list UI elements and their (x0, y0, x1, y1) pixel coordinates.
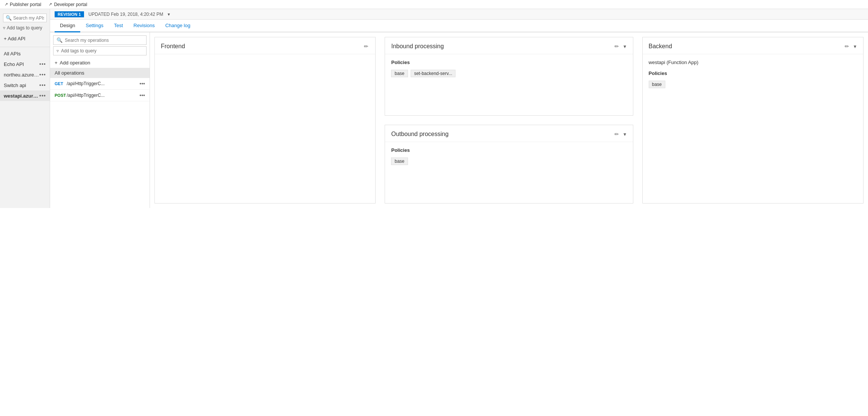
backend-name: westapi (Function App) (649, 60, 857, 65)
tab-test[interactable]: Test (108, 20, 128, 32)
sidebar-tags-filter[interactable]: ▿ Add tags to query (3, 25, 47, 31)
revision-badge: REVISION 1 (55, 11, 84, 17)
backend-panel-title: Backend (649, 43, 672, 50)
backend-collapse-button[interactable]: ▾ (853, 43, 857, 50)
filter-icon: ▿ (57, 48, 59, 54)
outbound-policies-label: Policies (391, 147, 627, 153)
plus-icon: + (55, 60, 58, 66)
tab-change-log[interactable]: Change log (160, 20, 196, 32)
operations-panel: 🔍 ▿ Add tags to query + Add operation Al… (50, 32, 150, 208)
filter-icon: ▿ (3, 25, 5, 31)
operations-tags-label: Add tags to query (61, 48, 96, 54)
add-operation-label: Add operation (60, 60, 90, 66)
sidebar-divider (0, 47, 50, 47)
right-panels: Frontend ✏ Inboun (150, 32, 868, 208)
frontend-panel: Frontend ✏ (154, 37, 376, 203)
developer-portal-link[interactable]: ↗ Developer portal (49, 2, 87, 7)
outbound-panel-header: Outbound processing ✏ ▾ (385, 125, 633, 142)
backend-edit-button[interactable]: ✏ (844, 43, 850, 50)
search-icon: 🔍 (6, 15, 12, 21)
inbound-processing-panel: Inbound processing ✏ ▾ Pol (385, 37, 633, 116)
backend-panel-header: Backend ✏ ▾ (643, 37, 863, 54)
sidebar: 🔍 ▿ Add tags to query + Add API All APIs… (0, 9, 50, 208)
operation-method-get: GET (55, 81, 67, 86)
chevron-down-icon: ▾ (623, 43, 626, 49)
add-operation-button[interactable]: + Add operation (50, 58, 150, 68)
sidebar-item-label: northeu.azurewebsites.net (4, 72, 39, 78)
revision-bar: REVISION 1 UPDATED Feb 19, 2018, 4:20:42… (50, 9, 868, 20)
content-area: REVISION 1 UPDATED Feb 19, 2018, 4:20:42… (50, 9, 868, 208)
frontend-panel-actions: ✏ (363, 43, 369, 50)
revision-updated: UPDATED Feb 19, 2018, 4:20:42 PM (89, 12, 164, 17)
tab-revisions[interactable]: Revisions (128, 20, 160, 32)
sidebar-item-label: All APIs (4, 51, 46, 57)
operation-dots-menu[interactable]: ••• (139, 81, 145, 87)
all-operations-label: All operations (50, 68, 150, 78)
frontend-panel-body (155, 54, 375, 65)
search-icon: 🔍 (57, 37, 63, 43)
operation-path-post: /api/HttpTriggerC... (67, 93, 139, 98)
inbound-panel-actions: ✏ ▾ (614, 43, 627, 50)
inbound-outbound-column: Inbound processing ✏ ▾ Pol (380, 32, 637, 208)
sidebar-item-dots-menu[interactable]: ••• (39, 82, 46, 88)
operation-method-post: POST (55, 93, 67, 98)
inbound-panel-body: Policies base set-backend-serv... (385, 54, 633, 83)
outbound-policy-base[interactable]: base (391, 158, 408, 165)
sidebar-item-switch-api[interactable]: Switch api ••• (0, 80, 50, 90)
main-layout: 🔍 ▿ Add tags to query + Add API All APIs… (0, 9, 868, 208)
sidebar-item-dots-menu[interactable]: ••• (39, 93, 46, 99)
sidebar-tags-label: Add tags to query (7, 25, 42, 31)
edit-icon: ✏ (614, 131, 619, 137)
chevron-down-icon: ▾ (623, 131, 626, 137)
inbound-policies-label: Policies (391, 60, 627, 65)
sidebar-item-label: westapi.azurewebsites.net (4, 93, 39, 99)
external-link-icon-2: ↗ (49, 2, 52, 7)
backend-panel-actions: ✏ ▾ (844, 43, 857, 50)
sidebar-item-dots-menu[interactable]: ••• (39, 72, 46, 78)
outbound-edit-button[interactable]: ✏ (614, 130, 620, 138)
api-search-box[interactable]: 🔍 (3, 14, 47, 22)
external-link-icon: ↗ (5, 2, 8, 7)
inbound-policy-set-backend[interactable]: set-backend-serv... (411, 70, 455, 77)
publisher-portal-link[interactable]: ↗ Publisher portal (5, 2, 41, 7)
sidebar-item-northeu[interactable]: northeu.azurewebsites.net ••• (0, 69, 50, 80)
operation-item-post[interactable]: POST /api/HttpTriggerC... ••• (50, 90, 150, 101)
inbound-edit-button[interactable]: ✏ (614, 43, 620, 50)
tab-settings[interactable]: Settings (80, 20, 108, 32)
sidebar-item-all-apis[interactable]: All APIs (0, 49, 50, 59)
frontend-panel-title: Frontend (161, 43, 185, 50)
tab-design[interactable]: Design (55, 20, 80, 32)
inbound-collapse-button[interactable]: ▾ (623, 43, 627, 50)
edit-icon: ✏ (614, 43, 619, 49)
operations-search-box[interactable]: 🔍 (53, 35, 147, 45)
add-api-button[interactable]: + Add API (0, 34, 50, 44)
operations-tags-filter[interactable]: ▿ Add tags to query (53, 46, 147, 55)
inbound-panel-header: Inbound processing ✏ ▾ (385, 37, 633, 54)
revision-dropdown-button[interactable]: ▾ (168, 12, 170, 17)
sidebar-item-echo-api[interactable]: Echo API ••• (0, 59, 50, 69)
operation-item-get[interactable]: GET /api/HttpTriggerC... ••• (50, 78, 150, 90)
api-search-input[interactable] (13, 15, 44, 21)
frontend-edit-button[interactable]: ✏ (363, 43, 369, 50)
outbound-panel-title: Outbound processing (391, 131, 448, 138)
outbound-panel-body: Policies base (385, 142, 633, 171)
outbound-panel-actions: ✏ ▾ (614, 130, 627, 138)
sidebar-item-westapi[interactable]: westapi.azurewebsites.net ••• (0, 90, 50, 101)
outbound-collapse-button[interactable]: ▾ (623, 130, 627, 138)
edit-icon: ✏ (845, 43, 849, 49)
chevron-down-icon: ▾ (854, 43, 856, 49)
operations-search-input[interactable] (65, 38, 143, 43)
backend-panel: Backend ✏ ▾ westapi (Function App) P (642, 37, 863, 203)
inbound-policy-base[interactable]: base (391, 70, 408, 77)
add-api-label: + Add API (4, 36, 25, 41)
outbound-processing-panel: Outbound processing ✏ ▾ Po (385, 125, 633, 203)
panels-row: 🔍 ▿ Add tags to query + Add operation Al… (50, 32, 868, 208)
backend-policy-base[interactable]: base (649, 81, 665, 88)
inbound-panel-title: Inbound processing (391, 43, 444, 50)
publisher-portal-label: Publisher portal (10, 2, 41, 7)
operation-path-get: /api/HttpTriggerC... (67, 81, 139, 86)
sidebar-item-dots-menu[interactable]: ••• (39, 61, 46, 67)
tabs-bar: Design Settings Test Revisions Change lo… (50, 20, 868, 32)
edit-icon: ✏ (364, 43, 368, 49)
operation-dots-menu[interactable]: ••• (139, 92, 145, 98)
